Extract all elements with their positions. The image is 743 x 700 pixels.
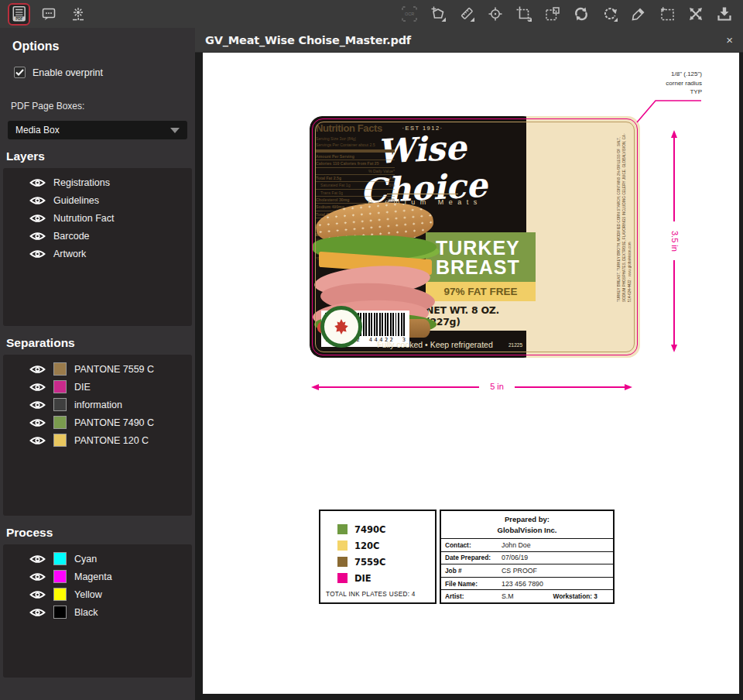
rotate-button[interactable] [598, 3, 621, 26]
crop-button[interactable] [512, 3, 535, 26]
layer-row[interactable]: Registrations [3, 173, 192, 191]
eye-visibility-icon[interactable] [29, 400, 46, 410]
height-dimension-label: 3.5 in [669, 221, 680, 260]
separation-label: PANTONE 120 C [74, 435, 149, 446]
prepared-by-rows: Contact: John Doe Date Prepared: 07/06/1… [441, 539, 613, 602]
process-label: Cyan [74, 554, 97, 564]
expand-arrows-icon [687, 5, 704, 22]
width-dimension-label: 5 in [479, 382, 515, 391]
process-color-swatch [53, 588, 67, 601]
ink-plate-label: 7559C [354, 557, 385, 568]
separation-row[interactable]: PANTONE 120 C [3, 431, 192, 449]
add-region-icon [659, 5, 676, 22]
dimension-line [318, 386, 479, 388]
eye-visibility-icon[interactable] [29, 177, 46, 188]
rotate-icon [601, 5, 618, 22]
separation-color-swatch [53, 398, 67, 411]
eye-visibility-icon[interactable] [29, 195, 46, 206]
corner-radius-line2: corner radius [621, 79, 702, 88]
download-button[interactable] [713, 3, 735, 26]
process-row[interactable]: Black [3, 603, 192, 621]
pdf-page-boxes-label: PDF Page Boxes: [0, 85, 195, 116]
page-box-dropdown[interactable]: Media Box [8, 121, 187, 139]
artist-row: Artist: S.M Workstation: 3 [441, 590, 613, 602]
prepared-row-value: 07/06/19 [502, 554, 528, 561]
flare-icon [70, 5, 87, 22]
enable-overprint-checkbox[interactable] [14, 67, 26, 78]
light-table-button[interactable] [67, 3, 89, 26]
eye-visibility-icon[interactable] [29, 382, 46, 393]
prepared-row-value: CS PROOF [502, 567, 537, 575]
sync-button[interactable] [570, 3, 592, 26]
prepared-row-label: Contact: [441, 541, 502, 549]
separation-color-swatch [53, 380, 67, 393]
pdf-document-icon: PDF [12, 5, 27, 22]
eye-visibility-icon[interactable] [29, 435, 46, 446]
separation-color-swatch [53, 434, 67, 447]
eye-visibility-icon[interactable] [29, 249, 46, 259]
eye-visibility-icon[interactable] [29, 589, 46, 600]
dimension-line [673, 136, 675, 221]
top-toolbar: PDF [0, 0, 743, 28]
ink-plates-table: 7490C 120C 7559C [319, 510, 437, 604]
layer-row[interactable]: Guidelines [3, 191, 192, 209]
eye-visibility-icon[interactable] [29, 213, 46, 224]
prepared-by-label: Prepared by: [441, 515, 613, 523]
process-row[interactable]: Yellow [3, 585, 192, 603]
dimension-line [673, 260, 675, 346]
process-row[interactable]: Cyan [3, 550, 192, 568]
close-icon[interactable]: × [726, 34, 733, 46]
eye-visibility-icon[interactable] [29, 554, 46, 564]
arrow-down-icon [671, 345, 677, 352]
layer-row[interactable]: Barcode [3, 227, 192, 245]
ink-plate-rows: 7490C 120C 7559C [320, 511, 435, 586]
ocr-icon: OCR [401, 5, 418, 22]
ruler-icon [458, 5, 475, 22]
layer-row[interactable]: Artwork [3, 245, 192, 262]
ink-plate-label: 7490C [354, 524, 385, 535]
prepared-row-label: File Name: [441, 580, 502, 588]
layer-label: Registrations [53, 177, 110, 188]
prepared-by-row: File Name: 123 456 7890 [441, 578, 613, 591]
separation-row[interactable]: PANTONE 7559 C [3, 360, 192, 378]
layer-label: Artwork [53, 249, 86, 259]
measure-button[interactable] [455, 3, 478, 26]
svg-text:PDF: PDF [15, 17, 22, 21]
artist-value: S.M [502, 592, 514, 600]
eye-visibility-icon[interactable] [29, 417, 46, 428]
process-row[interactable]: Magenta [3, 568, 192, 585]
pdf-options-button[interactable]: PDF [8, 3, 30, 26]
ink-plate-row: 7490C [337, 521, 435, 537]
marquee-box-icon [544, 5, 561, 22]
ink-plate-label: DIE [354, 573, 372, 584]
separation-row[interactable]: DIE [3, 378, 192, 396]
pdf-page-canvas[interactable]: ·EST 1912· Wise Choice Premium Meats [203, 53, 739, 694]
layer-label: Guidelines [53, 195, 99, 206]
corner-radius-leader-line [634, 98, 704, 125]
ink-plate-label: 120C [354, 540, 379, 551]
eyedropper-button[interactable] [627, 3, 649, 26]
separation-row[interactable]: PANTONE 7490 C [3, 413, 192, 431]
separation-label: information [74, 400, 122, 410]
process-panel: Cyan Magenta [3, 544, 192, 678]
transform-box-button[interactable] [541, 3, 563, 26]
eye-visibility-icon[interactable] [29, 571, 46, 582]
layers-section-title: Layers [0, 139, 195, 168]
eye-visibility-icon[interactable] [29, 364, 46, 375]
eye-visibility-icon[interactable] [29, 231, 46, 242]
left-sidebar: Options Enable overprint PDF Page Boxes:… [0, 28, 195, 700]
eye-visibility-icon[interactable] [29, 607, 46, 618]
expand-button[interactable] [684, 3, 707, 26]
layer-label: Barcode [53, 231, 90, 242]
add-region-button[interactable] [656, 3, 678, 26]
ocr-button[interactable]: OCR [398, 3, 420, 26]
separation-row[interactable]: information [3, 396, 192, 413]
crosshair-button[interactable] [484, 3, 506, 26]
draw-region-button[interactable] [426, 3, 449, 26]
sync-icon [573, 5, 590, 22]
annotations-button[interactable] [37, 3, 60, 26]
document-title: GV_Meat_Wise Choise_Master.pdf [205, 34, 411, 46]
layer-row[interactable]: Nutrution Fact [3, 209, 192, 227]
layers-panel: Registrations Guidelines [3, 168, 192, 326]
prepared-row-value: John Doe [502, 541, 531, 549]
